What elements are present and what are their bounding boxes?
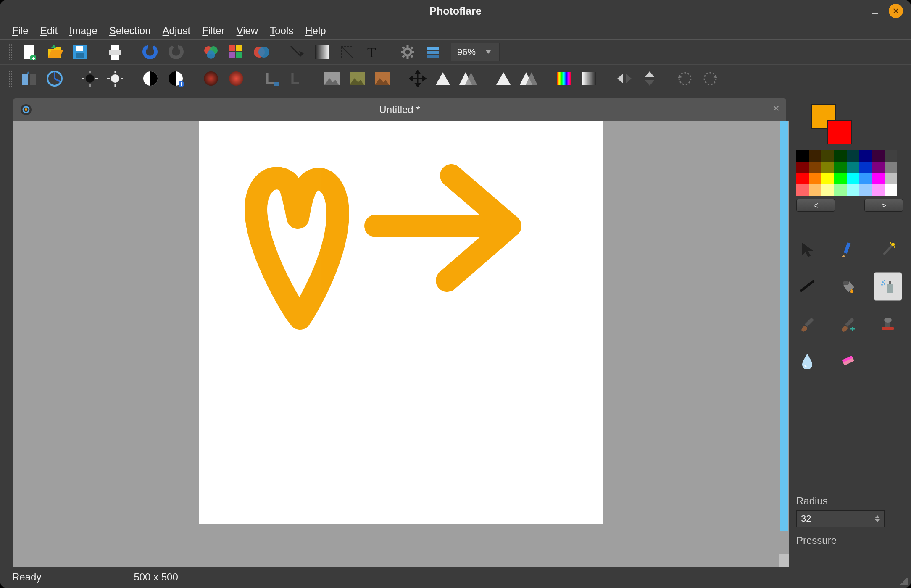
line-tool[interactable] <box>793 272 821 301</box>
open-file-icon[interactable] <box>45 42 64 62</box>
flip-image-icon[interactable] <box>20 69 39 88</box>
brightness-up-icon[interactable] <box>105 69 125 88</box>
palette-prev-button[interactable]: < <box>796 199 835 212</box>
zoom-dropdown[interactable]: 96% <box>451 43 500 61</box>
palette-color[interactable] <box>796 173 809 184</box>
triangle-dual-a-icon[interactable] <box>458 69 478 88</box>
palette-color[interactable] <box>847 150 859 162</box>
toolbar-handle[interactable] <box>9 70 12 87</box>
settings-gear-icon[interactable] <box>398 42 417 62</box>
palette-color[interactable] <box>834 173 847 184</box>
palette-color[interactable] <box>885 150 897 162</box>
saturation-down-icon[interactable] <box>201 69 221 88</box>
palette-color[interactable] <box>834 162 847 173</box>
layers-icon[interactable] <box>423 42 442 62</box>
palette-color[interactable] <box>872 150 885 162</box>
rotate-ccw-icon[interactable] <box>675 69 695 88</box>
undo-icon[interactable] <box>141 42 160 62</box>
palette-color[interactable] <box>809 184 821 196</box>
palette-color[interactable] <box>859 162 872 173</box>
print-icon[interactable] <box>105 42 125 62</box>
spray-tool[interactable] <box>874 272 902 301</box>
triangle-white-icon[interactable] <box>433 69 453 88</box>
palette-color[interactable] <box>809 150 821 162</box>
hue-squares-icon[interactable] <box>226 42 246 62</box>
brush-tool[interactable] <box>793 309 821 338</box>
letter-gray-icon[interactable]: L <box>287 69 306 88</box>
palette-color[interactable] <box>859 173 872 184</box>
close-window-button[interactable] <box>889 4 903 18</box>
menu-tools[interactable]: Tools <box>270 25 293 37</box>
menu-help[interactable]: Help <box>305 25 326 37</box>
spin-down-icon[interactable] <box>875 519 880 522</box>
palette-color[interactable] <box>885 162 897 173</box>
canvas-area[interactable] <box>13 121 789 567</box>
menu-adjust[interactable]: Adjust <box>163 25 191 37</box>
close-tab-icon[interactable]: × <box>773 102 779 115</box>
palette-color[interactable] <box>885 173 897 184</box>
palette-color[interactable] <box>809 173 821 184</box>
spin-up-icon[interactable] <box>875 515 880 518</box>
pencil-tool[interactable] <box>833 235 862 264</box>
move-icon[interactable] <box>408 69 427 88</box>
triangle-dual-b-icon[interactable] <box>519 69 538 88</box>
toolbar-handle[interactable] <box>9 44 12 60</box>
background-color-swatch[interactable] <box>827 120 852 144</box>
menu-file[interactable]: File <box>12 25 29 37</box>
text-tool-icon[interactable]: T <box>363 42 382 62</box>
palette-color[interactable] <box>796 184 809 196</box>
arrow-tool-icon[interactable] <box>287 42 306 62</box>
menu-selection[interactable]: Selection <box>109 25 151 37</box>
palette-color[interactable] <box>859 150 872 162</box>
redo-icon[interactable] <box>166 42 185 62</box>
menu-edit[interactable]: Edit <box>40 25 58 37</box>
document-tab[interactable]: Untitled * × <box>13 98 786 121</box>
menu-view[interactable]: View <box>237 25 258 37</box>
canvas[interactable] <box>199 121 603 524</box>
palette-color[interactable] <box>821 173 834 184</box>
flip-horizontal-icon[interactable] <box>615 69 634 88</box>
palette-next-button[interactable]: > <box>864 199 903 212</box>
palette-color[interactable] <box>847 162 859 173</box>
pointer-tool[interactable] <box>793 235 821 264</box>
menu-filter[interactable]: Filter <box>202 25 224 37</box>
bucket-tool[interactable] <box>833 272 862 301</box>
image-brown-icon[interactable] <box>373 69 392 88</box>
rotate-cw-icon[interactable] <box>700 69 720 88</box>
brightness-down-icon[interactable] <box>80 69 100 88</box>
resize-grip-icon[interactable] <box>899 576 908 585</box>
palette-color[interactable] <box>796 162 809 173</box>
palette-color[interactable] <box>821 184 834 196</box>
palette-color[interactable] <box>821 162 834 173</box>
gradient-tool-icon[interactable] <box>312 42 332 62</box>
rgb-circles-icon[interactable] <box>201 42 221 62</box>
palette-color[interactable] <box>872 162 885 173</box>
palette-color[interactable] <box>872 184 885 196</box>
contrast-b-icon[interactable] <box>166 69 185 88</box>
wand-tool[interactable] <box>874 235 902 264</box>
palette-color[interactable] <box>847 184 859 196</box>
blur-tool[interactable] <box>793 346 821 375</box>
palette-color[interactable] <box>847 173 859 184</box>
palette-color[interactable] <box>834 184 847 196</box>
save-file-icon[interactable] <box>70 42 90 62</box>
letter-blue-icon[interactable]: L <box>262 69 281 88</box>
triangle-white-2-icon[interactable] <box>494 69 513 88</box>
image-gray-icon[interactable] <box>322 69 342 88</box>
saturation-up-icon[interactable] <box>226 69 246 88</box>
vertical-scrollbar[interactable] <box>779 121 789 567</box>
minimize-button[interactable] <box>868 4 882 18</box>
menu-image[interactable]: Image <box>69 25 97 37</box>
palette-color[interactable] <box>859 184 872 196</box>
palette-color[interactable] <box>872 173 885 184</box>
palette-color[interactable] <box>809 162 821 173</box>
palette-color[interactable] <box>834 150 847 162</box>
spectrum-icon[interactable] <box>554 69 574 88</box>
contrast-a-icon[interactable] <box>141 69 160 88</box>
brush-plus-tool[interactable] <box>833 309 862 338</box>
blend-circles-icon[interactable] <box>252 42 271 62</box>
radius-spinbox[interactable]: 32 <box>796 510 885 527</box>
palette-color[interactable] <box>885 184 897 196</box>
palette-color[interactable] <box>821 150 834 162</box>
flip-vertical-icon[interactable] <box>640 69 659 88</box>
